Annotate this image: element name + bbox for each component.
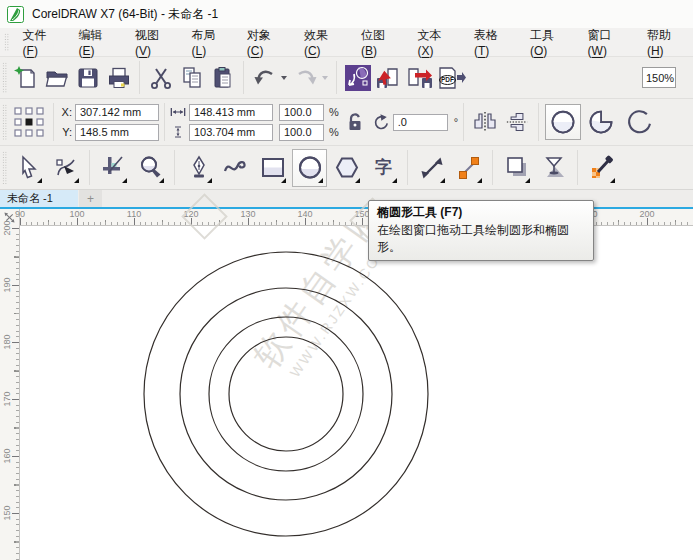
circle-object[interactable] <box>209 317 363 471</box>
pie-mode-button[interactable] <box>583 104 619 140</box>
save-button[interactable] <box>72 62 103 94</box>
freehand-curve-icon <box>222 155 250 181</box>
cut-button[interactable] <box>145 62 176 94</box>
export-icon <box>406 65 434 91</box>
undo-icon <box>252 65 278 91</box>
menu-位图[interactable]: 位图(B) <box>352 23 405 62</box>
document-tab-active[interactable]: 未命名 -1 <box>0 190 78 207</box>
open-button[interactable] <box>41 62 72 94</box>
mirror-vertical-button[interactable] <box>501 111 533 133</box>
svg-text:PDF: PDF <box>441 76 454 83</box>
scale-vertical-field[interactable]: 100.0 <box>279 124 324 141</box>
arc-mode-button[interactable] <box>621 104 657 140</box>
application-launcher-button[interactable] <box>342 62 373 94</box>
connector-tool[interactable] <box>451 149 486 187</box>
menu-文件[interactable]: 文件(F) <box>14 23 66 62</box>
transparency-tool-icon <box>541 155 567 181</box>
unlock-icon <box>346 112 364 132</box>
hruler-major-tick <box>647 218 648 225</box>
publish-to-pdf-button[interactable]: PDF <box>435 62 466 94</box>
cut-scissors-icon <box>148 65 174 91</box>
vruler-major-tick <box>12 513 19 514</box>
percent-label: % <box>329 106 339 118</box>
tooltip-description: 在绘图窗口拖动工具绘制圆形和椭圆形。 <box>369 222 593 260</box>
circle-object[interactable] <box>180 288 392 500</box>
export-button[interactable] <box>404 62 435 94</box>
menu-编辑[interactable]: 编辑(E) <box>69 23 122 62</box>
dimension-tool[interactable] <box>414 149 449 187</box>
lock-ratio-button[interactable] <box>339 112 371 132</box>
toolbox-separator <box>174 150 175 185</box>
circle-object[interactable] <box>229 337 343 451</box>
concentric-circles-drawing[interactable] <box>20 226 693 560</box>
property-bar: X: 307.142 mm Y: 148.5 mm 148.413 mm <box>0 99 693 146</box>
object-width-icon <box>170 106 186 118</box>
undo-dropdown-arrow-icon[interactable] <box>281 76 287 80</box>
pen-tool[interactable] <box>181 149 216 187</box>
pick-tool[interactable] <box>11 149 46 187</box>
redo-icon <box>293 65 319 91</box>
x-position-label: X: <box>59 106 72 118</box>
menu-窗口[interactable]: 窗口(W) <box>579 23 634 62</box>
new-document-button[interactable] <box>10 62 41 94</box>
x-position-field[interactable]: 307.142 mm <box>75 104 159 121</box>
drop-shadow-tool[interactable] <box>499 149 534 187</box>
rotation-angle-field[interactable]: .0 <box>393 114 448 131</box>
redo-button[interactable] <box>290 62 321 94</box>
object-height-icon <box>170 126 186 138</box>
mirror-horizontal-button[interactable] <box>469 111 501 133</box>
polygon-tool[interactable] <box>329 149 364 187</box>
y-position-field[interactable]: 148.5 mm <box>75 124 159 141</box>
object-height-field[interactable]: 103.704 mm <box>189 124 273 141</box>
menu-文本[interactable]: 文本(X) <box>408 23 461 62</box>
redo-dropdown-arrow-icon[interactable] <box>322 76 328 80</box>
menubar-grip[interactable] <box>4 33 9 51</box>
menu-视图[interactable]: 视图(V) <box>126 23 179 62</box>
toolbox-separator <box>492 150 493 185</box>
paste-clipboard-icon <box>210 65 236 91</box>
print-button[interactable] <box>103 62 134 94</box>
menu-表格[interactable]: 表格(T) <box>465 23 517 62</box>
toolbox-grip[interactable] <box>2 151 7 184</box>
shape-tool[interactable] <box>48 149 83 187</box>
transparency-tool[interactable] <box>536 149 571 187</box>
freehand-tool[interactable] <box>218 149 253 187</box>
vruler-major-tick <box>12 399 19 400</box>
text-tool[interactable]: 字 <box>366 149 401 187</box>
import-button[interactable] <box>373 62 404 94</box>
copy-button[interactable] <box>176 62 207 94</box>
import-icon <box>375 65 403 91</box>
new-document-tab-button[interactable]: + <box>79 190 102 207</box>
rectangle-tool[interactable] <box>255 149 290 187</box>
undo-button[interactable] <box>249 62 280 94</box>
menu-帮助[interactable]: 帮助(H) <box>638 23 691 62</box>
ellipse-tool[interactable] <box>292 149 327 187</box>
window-title: CorelDRAW X7 (64-Bit) - 未命名 -1 <box>32 6 218 23</box>
zoom-level-combo[interactable]: 150% <box>642 67 676 88</box>
toolbar-separator <box>243 61 244 94</box>
ellipse-mode-button[interactable] <box>545 104 581 140</box>
circle-object[interactable] <box>144 252 428 536</box>
scale-horizontal-field[interactable]: 100.0 <box>279 104 324 121</box>
vertical-ruler[interactable]: 200190180170160150 <box>0 226 20 560</box>
drawing-canvas[interactable]: 软件自学网 WWW.RJZXW.COM <box>20 226 693 560</box>
menu-效果[interactable]: 效果(C) <box>295 23 348 62</box>
toolbox-separator <box>407 150 408 185</box>
pie-mode-icon <box>587 108 615 136</box>
copy-icon <box>179 65 205 91</box>
crop-tool[interactable] <box>96 149 131 187</box>
propbar-separator <box>538 103 539 141</box>
hruler-major-tick <box>134 218 135 225</box>
zoom-tool[interactable] <box>133 149 168 187</box>
color-eyedropper-tool[interactable] <box>584 149 619 187</box>
menu-对象[interactable]: 对象(C) <box>238 23 291 62</box>
paste-button[interactable] <box>207 62 238 94</box>
toolbar-grip[interactable] <box>2 62 7 93</box>
object-position-grid-icon <box>10 106 48 138</box>
object-width-field[interactable]: 148.413 mm <box>189 104 273 121</box>
text-tool-icon: 字 <box>375 159 392 176</box>
propbar-grip[interactable] <box>2 104 7 140</box>
menu-布局[interactable]: 布局(L) <box>182 23 233 62</box>
menu-工具[interactable]: 工具(O) <box>521 23 575 62</box>
propbar-separator <box>53 103 54 141</box>
